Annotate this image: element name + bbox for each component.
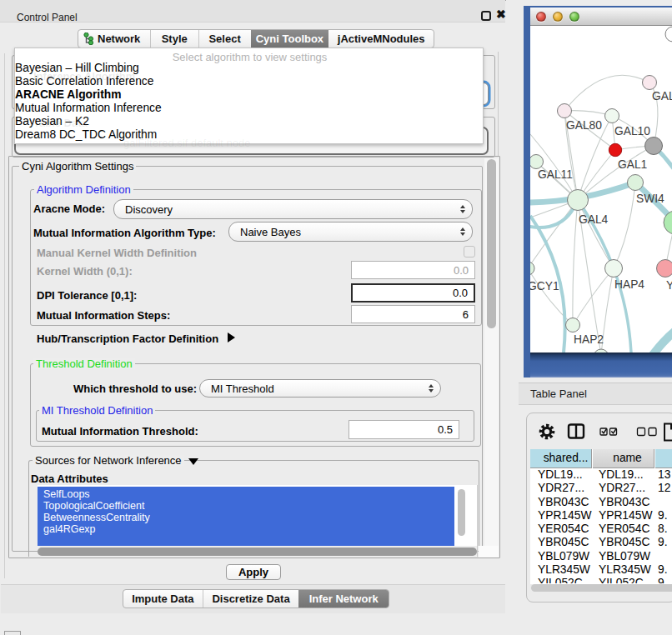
- svg-text:GAL80: GAL80: [566, 119, 602, 132]
- svg-text:GAL10: GAL10: [614, 125, 650, 138]
- svg-text:GAL1: GAL1: [618, 158, 647, 171]
- svg-text:SWI4: SWI4: [636, 192, 664, 205]
- svg-text:HAP4: HAP4: [614, 278, 644, 291]
- svg-text:GAL11: GAL11: [538, 168, 573, 181]
- svg-text:GAL8: GAL8: [652, 90, 672, 102]
- svg-text:GCY1: GCY1: [530, 280, 559, 292]
- svg-text:Y: Y: [666, 279, 672, 292]
- svg-text:HAP2: HAP2: [574, 333, 604, 346]
- svg-text:GAL4: GAL4: [579, 213, 609, 226]
